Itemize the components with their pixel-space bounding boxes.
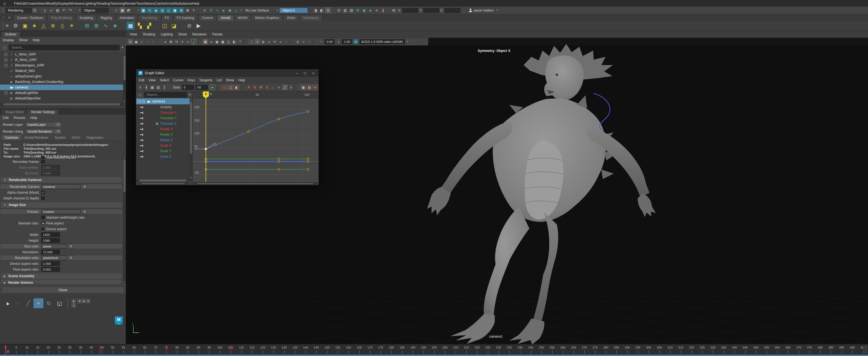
shelf-tab[interactable]: Motion Graphics <box>251 15 283 21</box>
expand-icon[interactable]: + <box>4 64 7 67</box>
render-settings-menu-item[interactable]: Help <box>30 116 37 120</box>
gate-mask-icon[interactable]: ▩ <box>220 39 225 44</box>
wireframe-icon[interactable]: ◯ <box>249 39 254 44</box>
timeline-keyframe-marker[interactable] <box>166 345 167 354</box>
select-hierarchy-icon[interactable]: □ <box>113 7 119 13</box>
move-nearest-picked-key-icon[interactable]: ┼ <box>137 85 143 90</box>
render-settings-menu-item[interactable]: Edit <box>3 116 9 120</box>
plateau-tangent-icon[interactable]: M <box>258 85 264 90</box>
make-live-icon[interactable]: ▣ <box>172 7 178 13</box>
textured-mode-icon[interactable]: ◕ <box>266 39 272 44</box>
camera-attributes-icon[interactable]: ⊡ <box>174 39 179 44</box>
move-key-icon[interactable]: ┼ <box>288 85 294 90</box>
channel-row[interactable]: Scale Y <box>136 148 190 154</box>
channel-row[interactable]: Translate X <box>136 110 190 116</box>
exposure-toggle-icon[interactable]: ◔ <box>318 39 323 44</box>
field-resolution[interactable]: 72.000 <box>41 250 60 254</box>
checkbox-alpha-channel-mask[interactable]: ✓ <box>41 191 45 194</box>
redo-icon[interactable]: ↷ <box>67 7 73 13</box>
z-input[interactable] <box>444 8 460 13</box>
render-settings-section-tab[interactable]: System <box>52 135 68 140</box>
select-tool-icon[interactable]: ▲ <box>2 298 12 308</box>
paint-select-tool-icon[interactable]: ╱ <box>23 298 33 308</box>
attribute-editor-icon[interactable]: ◨ <box>312 7 318 13</box>
viewport-menu-item[interactable]: View <box>130 32 137 36</box>
output-connections-icon[interactable]: ↺ <box>208 7 214 13</box>
persp-outliner-layout-button[interactable]: ◆ <box>82 299 86 303</box>
viewport-menu-item[interactable]: Show <box>178 32 187 36</box>
mute-pin-icon[interactable] <box>140 106 143 108</box>
volume-icon[interactable]: ♣ <box>111 22 119 30</box>
channel-row[interactable]: Rotate Z <box>136 137 190 143</box>
menu-item[interactable]: Select <box>36 1 46 5</box>
soft-select-icon[interactable]: ◉ <box>227 7 233 13</box>
viewport-menu-item[interactable]: Lighting <box>161 32 173 36</box>
region-select-icon[interactable]: ▧ <box>156 85 161 90</box>
outliner-item[interactable]: + aiSkyDomeLight1 <box>0 74 123 79</box>
menu-item[interactable]: Cache <box>154 1 165 5</box>
mute-pin-icon[interactable] <box>140 139 143 141</box>
shelf-tab[interactable]: Rigging <box>97 15 116 21</box>
minimize-button[interactable]: – <box>293 70 301 76</box>
section-header-renderable-cameras[interactable]: ▼Renderable Cameras <box>1 177 122 183</box>
outliner-search-input[interactable]: Search... <box>9 45 120 50</box>
shelf-tab[interactable]: Animation <box>116 15 138 21</box>
filter-icon[interactable]: ⊡ <box>2 45 7 50</box>
snap-magnets-icon[interactable]: ⊕ <box>178 7 184 13</box>
safe-title-icon[interactable]: T <box>238 39 243 44</box>
time-snap-icon[interactable]: ▦ <box>301 85 306 90</box>
absolute-relative-icon[interactable]: ⊞ <box>391 7 397 13</box>
render-settings-vscrollbar[interactable]: ▲▼ <box>123 156 126 284</box>
graph-editor-menu-item[interactable]: Tangents <box>199 78 213 82</box>
menu-item[interactable]: Create <box>26 1 36 5</box>
outliner-menu-item[interactable]: Display <box>3 38 14 42</box>
insert-keys-icon[interactable]: ╂ <box>144 85 149 90</box>
channel-row[interactable]: Scale Z <box>136 154 190 159</box>
image-plane-icon[interactable]: ▱ <box>186 39 191 44</box>
arnold-settings-icon[interactable]: ⚙ <box>11 22 20 30</box>
exposure-field[interactable]: 0.00 <box>324 39 335 44</box>
close-button[interactable]: × <box>309 70 317 76</box>
outliner-item[interactable]: + defaultObjectSet <box>0 96 123 101</box>
ipr-render-icon[interactable]: ▥ <box>342 7 348 13</box>
field-height[interactable]: 1080 <box>41 238 60 243</box>
field-width[interactable]: 1920 <box>41 232 60 237</box>
shelf-tab[interactable]: Sculpting <box>76 15 96 21</box>
menu-item[interactable]: Help <box>192 1 199 5</box>
xray-icon[interactable]: ◖ <box>301 39 306 44</box>
home-icon[interactable]: ⌂ <box>3 1 6 6</box>
mute-pin-icon[interactable] <box>140 145 143 147</box>
menu-item[interactable]: Toon <box>136 1 144 5</box>
exposure-icon[interactable]: ◔ <box>307 39 312 44</box>
time-slider[interactable]: 0510152025303540455055606570758085909510… <box>0 344 868 356</box>
bake-texture-icon[interactable]: ▚ <box>136 22 144 30</box>
scale-tool-icon[interactable]: ◱ <box>55 298 64 308</box>
input-connections-icon[interactable]: ⊕ <box>202 7 208 13</box>
mute-pin-icon[interactable] <box>140 128 143 130</box>
mute-pin-icon[interactable] <box>140 117 143 119</box>
checkbox-maintain-width-height-ratio[interactable] <box>41 216 45 219</box>
channel-row[interactable]: Translate Z <box>136 121 190 126</box>
area-light-icon[interactable]: ▣ <box>21 22 29 30</box>
lock-selection-icon[interactable]: ⊠ <box>185 7 190 13</box>
menu-item[interactable]: Modify <box>47 1 57 5</box>
four-pane-layout-button[interactable]: ⊞ <box>86 299 90 303</box>
graph-node-camera1[interactable]: − + camera1 <box>136 98 190 104</box>
menu-item[interactable]: Windows <box>69 1 84 5</box>
graph-editor-titlebar[interactable]: M Graph Editor –□× <box>136 69 318 77</box>
render-settings-tab[interactable]: Render Settings <box>28 109 58 115</box>
outliner-hscrollbar[interactable] <box>0 103 123 106</box>
step-tangent-icon[interactable]: ∿ <box>276 85 282 90</box>
frame-playback-icon[interactable]: ◫ <box>228 85 234 90</box>
chevron-down-icon[interactable]: ▼ <box>406 40 409 43</box>
render-layer-dropdown[interactable]: masterLayer▼ <box>25 122 61 127</box>
launch-app-icon[interactable]: ⨯ <box>374 7 379 13</box>
lattice-deform-keys-icon[interactable]: ▦ <box>150 85 155 90</box>
expand-icon[interactable]: + <box>4 92 7 95</box>
outliner-item[interactable]: + camera1 <box>0 85 123 90</box>
selection-mask-dropdown[interactable]: Objects <box>82 8 108 13</box>
graph-editor-menu-item[interactable]: Help <box>238 78 245 82</box>
graph-editor-menu-item[interactable]: List <box>217 78 222 82</box>
tree-hscrollbar[interactable] <box>138 183 188 185</box>
render-settings-tab[interactable]: Shape Editor <box>2 109 27 115</box>
